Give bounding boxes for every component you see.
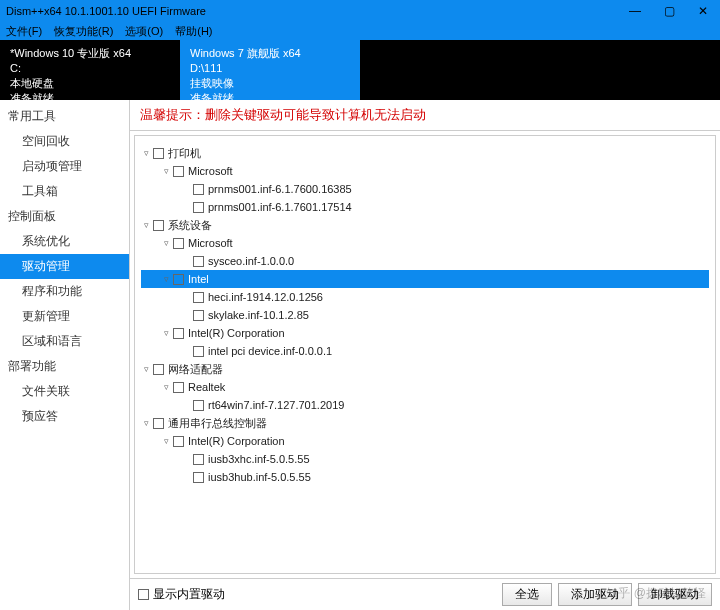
sidebar-category: 常用工具 — [0, 104, 129, 129]
tree-node[interactable]: sysceo.inf-1.0.0.0 — [141, 252, 709, 270]
tree-checkbox[interactable] — [173, 382, 184, 393]
expand-toggle-icon[interactable]: ▿ — [141, 148, 151, 158]
sidebar-item[interactable]: 预应答 — [0, 404, 129, 429]
maximize-button[interactable]: ▢ — [652, 4, 686, 18]
show-builtin-checkbox[interactable] — [138, 589, 149, 600]
menu-help[interactable]: 帮助(H) — [175, 24, 212, 39]
show-builtin-label: 显示内置驱动 — [153, 586, 225, 603]
expand-toggle-icon[interactable]: ▿ — [161, 436, 171, 446]
image-tabs: *Windows 10 专业版 x64C:本地硬盘准备就绪Windows 7 旗… — [0, 40, 720, 100]
tree-label: Microsoft — [188, 237, 233, 249]
tree-checkbox[interactable] — [193, 346, 204, 357]
tree-label: rt64win7.inf-7.127.701.2019 — [208, 399, 344, 411]
tab-line: 本地硬盘 — [10, 76, 170, 90]
driver-tree[interactable]: ▿打印机▿Microsoftprnms001.inf-6.1.7600.1638… — [134, 135, 716, 574]
tree-node[interactable]: prnms001.inf-6.1.7600.16385 — [141, 180, 709, 198]
tree-node[interactable]: iusb3hub.inf-5.0.5.55 — [141, 468, 709, 486]
tree-node[interactable]: rt64win7.inf-7.127.701.2019 — [141, 396, 709, 414]
expand-toggle-icon[interactable]: ▿ — [161, 328, 171, 338]
tree-node[interactable]: ▿Intel(R) Corporation — [141, 432, 709, 450]
tree-checkbox[interactable] — [153, 148, 164, 159]
tree-label: Intel(R) Corporation — [188, 327, 285, 339]
tree-node[interactable]: ▿通用串行总线控制器 — [141, 414, 709, 432]
expand-toggle-icon[interactable]: ▿ — [161, 238, 171, 248]
sidebar-item[interactable]: 系统优化 — [0, 229, 129, 254]
tree-checkbox[interactable] — [153, 364, 164, 375]
tree-node[interactable]: iusb3xhc.inf-5.0.5.55 — [141, 450, 709, 468]
tree-label: 网络适配器 — [168, 362, 223, 377]
sidebar-item[interactable]: 区域和语言 — [0, 329, 129, 354]
tree-checkbox[interactable] — [193, 310, 204, 321]
tree-node[interactable]: skylake.inf-10.1.2.85 — [141, 306, 709, 324]
sidebar-item[interactable]: 更新管理 — [0, 304, 129, 329]
tree-checkbox[interactable] — [153, 418, 164, 429]
tree-checkbox[interactable] — [173, 328, 184, 339]
tree-label: sysceo.inf-1.0.0.0 — [208, 255, 294, 267]
tree-checkbox[interactable] — [193, 184, 204, 195]
minimize-button[interactable]: — — [618, 4, 652, 18]
select-all-button[interactable]: 全选 — [502, 583, 552, 606]
tree-checkbox[interactable] — [153, 220, 164, 231]
tree-label: prnms001.inf-6.1.7600.16385 — [208, 183, 352, 195]
tree-label: 通用串行总线控制器 — [168, 416, 267, 431]
expand-toggle-icon[interactable]: ▿ — [141, 418, 151, 428]
sidebar-item[interactable]: 程序和功能 — [0, 279, 129, 304]
image-tab[interactable]: Windows 7 旗舰版 x64D:\111挂载映像准备就绪 — [180, 40, 360, 100]
tree-node[interactable]: ▿Microsoft — [141, 162, 709, 180]
tree-checkbox[interactable] — [173, 166, 184, 177]
expand-toggle-icon[interactable]: ▿ — [141, 220, 151, 230]
sidebar-item[interactable]: 工具箱 — [0, 179, 129, 204]
tree-node[interactable]: ▿Intel — [141, 270, 709, 288]
sidebar-item[interactable]: 启动项管理 — [0, 154, 129, 179]
tree-label: iusb3hub.inf-5.0.5.55 — [208, 471, 311, 483]
close-button[interactable]: ✕ — [686, 4, 720, 18]
tab-line: *Windows 10 专业版 x64 — [10, 46, 170, 60]
tree-label: Intel — [188, 273, 209, 285]
tree-label: skylake.inf-10.1.2.85 — [208, 309, 309, 321]
menu-bar: 文件(F) 恢复功能(R) 选项(O) 帮助(H) — [0, 22, 720, 40]
title-bar: Dism++x64 10.1.1001.10 UEFI Firmware — ▢… — [0, 0, 720, 22]
expand-toggle-icon[interactable]: ▿ — [161, 382, 171, 392]
tree-label: Intel(R) Corporation — [188, 435, 285, 447]
tab-line: D:\111 — [190, 61, 350, 75]
sidebar-item[interactable]: 驱动管理 — [0, 254, 129, 279]
tree-checkbox[interactable] — [193, 292, 204, 303]
tree-checkbox[interactable] — [193, 472, 204, 483]
window-title: Dism++x64 10.1.1001.10 UEFI Firmware — [6, 5, 618, 17]
tree-node[interactable]: ▿系统设备 — [141, 216, 709, 234]
bottom-bar: 显示内置驱动 全选 添加驱动 卸载驱动 — [130, 578, 720, 610]
menu-file[interactable]: 文件(F) — [6, 24, 42, 39]
tree-checkbox[interactable] — [193, 202, 204, 213]
tree-checkbox[interactable] — [193, 256, 204, 267]
tree-checkbox[interactable] — [173, 238, 184, 249]
image-tab[interactable]: *Windows 10 专业版 x64C:本地硬盘准备就绪 — [0, 40, 180, 100]
tree-checkbox[interactable] — [173, 274, 184, 285]
tab-line: 挂载映像 — [190, 76, 350, 90]
sidebar-category: 部署功能 — [0, 354, 129, 379]
tab-line: Windows 7 旗舰版 x64 — [190, 46, 350, 60]
tree-node[interactable]: prnms001.inf-6.1.7601.17514 — [141, 198, 709, 216]
expand-toggle-icon[interactable]: ▿ — [161, 166, 171, 176]
tree-checkbox[interactable] — [193, 454, 204, 465]
tree-node[interactable]: ▿Realtek — [141, 378, 709, 396]
tree-node[interactable]: ▿Microsoft — [141, 234, 709, 252]
tree-node[interactable]: ▿打印机 — [141, 144, 709, 162]
tree-checkbox[interactable] — [173, 436, 184, 447]
tree-label: intel pci device.inf-0.0.0.1 — [208, 345, 332, 357]
sidebar-item[interactable]: 空间回收 — [0, 129, 129, 154]
uninstall-driver-button[interactable]: 卸载驱动 — [638, 583, 712, 606]
add-driver-button[interactable]: 添加驱动 — [558, 583, 632, 606]
tree-node[interactable]: intel pci device.inf-0.0.0.1 — [141, 342, 709, 360]
tree-label: 系统设备 — [168, 218, 212, 233]
tree-node[interactable]: heci.inf-1914.12.0.1256 — [141, 288, 709, 306]
tree-label: Realtek — [188, 381, 225, 393]
sidebar-item[interactable]: 文件关联 — [0, 379, 129, 404]
tree-label: Microsoft — [188, 165, 233, 177]
menu-options[interactable]: 选项(O) — [125, 24, 163, 39]
tree-checkbox[interactable] — [193, 400, 204, 411]
expand-toggle-icon[interactable]: ▿ — [141, 364, 151, 374]
expand-toggle-icon[interactable]: ▿ — [161, 274, 171, 284]
menu-recovery[interactable]: 恢复功能(R) — [54, 24, 113, 39]
tree-node[interactable]: ▿Intel(R) Corporation — [141, 324, 709, 342]
tree-node[interactable]: ▿网络适配器 — [141, 360, 709, 378]
